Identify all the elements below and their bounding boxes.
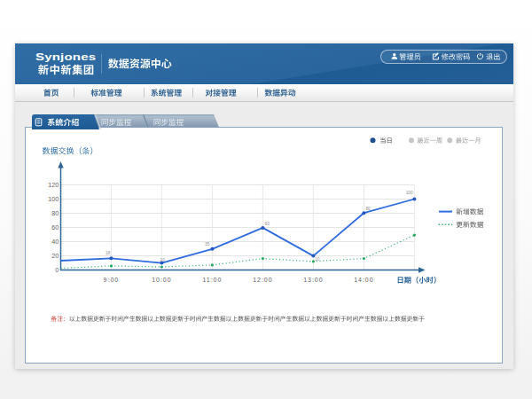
svg-text:120: 120 — [48, 181, 59, 189]
svg-text:20: 20 — [51, 252, 59, 260]
svg-text:0: 0 — [55, 266, 59, 274]
svg-text:10: 10 — [160, 258, 166, 262]
svg-text:11:00: 11:00 — [202, 277, 222, 283]
svg-text:12:00: 12:00 — [253, 277, 273, 283]
svg-text:80: 80 — [51, 209, 59, 217]
svg-text:9:00: 9:00 — [104, 277, 120, 283]
svg-text:40: 40 — [51, 238, 59, 246]
svg-text:10:00: 10:00 — [152, 277, 172, 283]
svg-text:35: 35 — [205, 242, 210, 246]
svg-text:100: 100 — [406, 191, 413, 195]
svg-text:60: 60 — [265, 222, 270, 226]
svg-text:10: 10 — [315, 257, 320, 262]
svg-text:18: 18 — [106, 251, 111, 255]
svg-text:14:00: 14:00 — [354, 277, 374, 283]
svg-text:60: 60 — [51, 223, 59, 231]
svg-text:100: 100 — [48, 195, 59, 203]
svg-text:80: 80 — [365, 207, 371, 211]
svg-text:13:00: 13:00 — [303, 277, 324, 283]
